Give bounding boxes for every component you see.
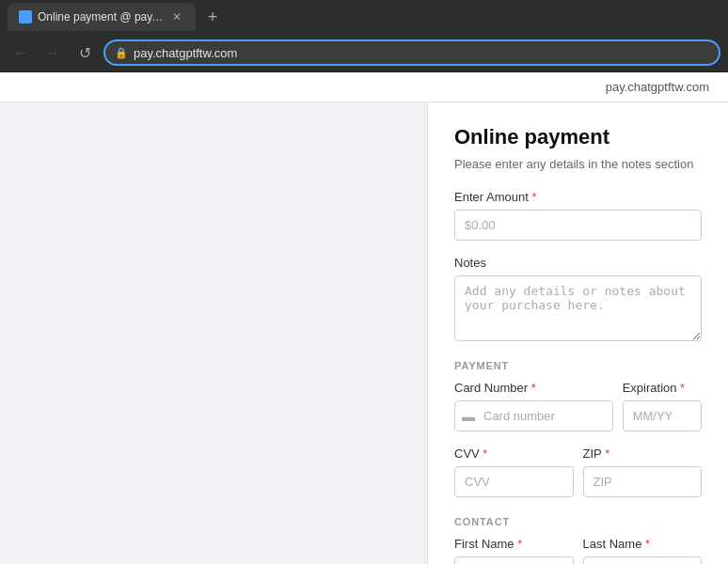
- notes-label: Notes: [454, 256, 702, 270]
- amount-required: *: [531, 190, 536, 204]
- tab-close-button[interactable]: ✕: [169, 9, 184, 24]
- header-domain: pay.chatgptftw.com: [606, 80, 709, 94]
- back-button[interactable]: ←: [8, 39, 34, 66]
- expiration-label: Expiration *: [623, 381, 702, 395]
- payment-section-label: PAYMENT: [454, 360, 702, 371]
- amount-label: Enter Amount *: [454, 190, 702, 204]
- name-row: First Name * Last Name *: [454, 537, 702, 564]
- contact-section-label: CONTACT: [454, 516, 702, 527]
- tab-bar: Online payment @ pay.chatgptf... ✕ +: [0, 0, 728, 34]
- address-input[interactable]: [134, 46, 709, 60]
- address-bar[interactable]: 🔒: [103, 39, 720, 66]
- left-panel: [0, 102, 427, 564]
- notes-textarea[interactable]: [454, 275, 702, 341]
- form-title: Online payment: [454, 125, 702, 149]
- active-tab[interactable]: Online payment @ pay.chatgptf... ✕: [8, 3, 196, 31]
- new-tab-button[interactable]: +: [199, 4, 226, 30]
- cvv-input[interactable]: [454, 466, 574, 497]
- cvv-zip-row: CVV * ZIP *: [454, 446, 702, 512]
- last-name-input[interactable]: [583, 556, 703, 564]
- page-header: pay.chatgptftw.com: [0, 72, 728, 102]
- card-number-group: Card Number * ▬: [454, 381, 613, 431]
- amount-group: Enter Amount *: [454, 190, 702, 241]
- form-subtitle: Please enter any details in the notes se…: [454, 157, 702, 171]
- cvv-group: CVV *: [454, 446, 574, 497]
- payment-form-panel: Online payment Please enter any details …: [427, 102, 728, 564]
- zip-label: ZIP *: [583, 446, 703, 461]
- first-name-label: First Name *: [454, 537, 574, 551]
- card-expiry-row: Card Number * ▬ Expiration *: [454, 381, 702, 446]
- first-name-group: First Name *: [454, 537, 574, 564]
- first-name-input[interactable]: [454, 556, 574, 564]
- reload-button[interactable]: ↺: [71, 39, 98, 66]
- page-wrapper: pay.chatgptftw.com Online payment Please…: [0, 72, 728, 564]
- zip-group: ZIP *: [583, 446, 703, 497]
- tab-favicon: [19, 10, 32, 24]
- card-input-wrapper: ▬: [454, 400, 613, 431]
- security-lock-icon: 🔒: [115, 47, 128, 59]
- notes-group: Notes: [454, 256, 702, 345]
- credit-card-icon: ▬: [462, 409, 475, 424]
- forward-button[interactable]: →: [40, 39, 66, 66]
- amount-input[interactable]: [454, 210, 702, 241]
- page-content: Online payment Please enter any details …: [0, 102, 728, 564]
- last-name-group: Last Name *: [583, 537, 703, 564]
- expiration-input[interactable]: [623, 400, 702, 431]
- tab-title: Online payment @ pay.chatgptf...: [38, 10, 164, 24]
- expiration-group: Expiration *: [623, 381, 702, 431]
- nav-bar: ← → ↺ 🔒: [0, 34, 728, 71]
- browser-chrome: Online payment @ pay.chatgptf... ✕ + ← →…: [0, 0, 728, 72]
- card-number-input[interactable]: [454, 400, 613, 431]
- zip-input[interactable]: [583, 466, 703, 497]
- last-name-label: Last Name *: [583, 537, 703, 551]
- cvv-label: CVV *: [454, 446, 574, 461]
- card-number-label: Card Number *: [454, 381, 613, 395]
